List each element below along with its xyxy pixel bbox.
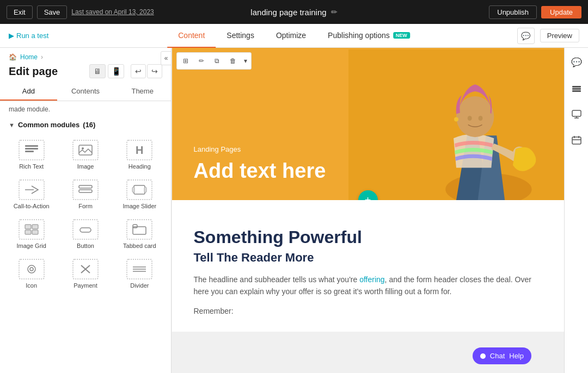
help-label: Help	[509, 352, 524, 360]
mobile-view-button[interactable]: 📱	[108, 64, 124, 78]
collapse-panel-button[interactable]: «	[161, 51, 171, 65]
chevron-down-icon: ▼	[9, 122, 15, 128]
view-controls: 🖥 📱 ↩ ↪	[89, 64, 162, 78]
module-item-image[interactable]: Image	[58, 134, 112, 174]
exit-button[interactable]: Exit	[7, 5, 33, 19]
svg-rect-11	[32, 225, 38, 229]
panel-tab-contents[interactable]: Contents	[57, 83, 114, 101]
home-icon: 🏠	[9, 53, 17, 61]
second-bar-right: 💬 Preview	[517, 28, 579, 44]
module-item-button[interactable]: Button	[58, 214, 112, 253]
toolbar-grid-button[interactable]: ⊞	[179, 54, 193, 67]
page-title: landing page training	[250, 8, 326, 17]
redo-button[interactable]: ↪	[147, 64, 162, 78]
svg-rect-31	[572, 86, 581, 88]
chat-widget[interactable]: Chat Help	[473, 347, 531, 364]
rs-calendar-icon[interactable]	[568, 132, 585, 149]
run-test-link[interactable]: ▶ Run a test	[9, 32, 48, 40]
module-item-icon[interactable]: Icon	[4, 253, 58, 293]
update-button[interactable]: Update	[541, 6, 581, 18]
svg-rect-37	[572, 137, 581, 144]
svg-rect-3	[79, 145, 92, 155]
svg-rect-34	[572, 110, 581, 116]
rs-monitor-icon[interactable]	[568, 105, 585, 123]
unpublish-button[interactable]: Unpublish	[489, 5, 537, 19]
svg-rect-1	[25, 148, 38, 150]
svg-rect-6	[79, 190, 92, 192]
module-label-image-slider: Image Slider	[122, 203, 156, 209]
canvas-inner: Landing Pages Add text here	[172, 48, 564, 332]
module-item-divider[interactable]: Divider	[113, 253, 167, 293]
breadcrumb: 🏠 Home ›	[0, 48, 171, 62]
rs-layers-icon[interactable]	[568, 79, 585, 97]
svg-rect-2	[25, 151, 34, 152]
panel-tabs: Add Contents Theme	[0, 83, 171, 101]
module-label-icon: Icon	[26, 282, 37, 289]
toolbar-delete-button[interactable]: 🗑	[226, 54, 240, 67]
toolbar-edit-button[interactable]: ✏	[194, 54, 209, 67]
tab-content[interactable]: Content	[167, 24, 216, 48]
content-body-text1: The headline and subheader tells us what…	[194, 275, 360, 284]
canvas-area: Landing Pages Add text here	[171, 48, 564, 373]
rich-text-module-icon	[19, 140, 45, 160]
tab-publishing[interactable]: Publishing options NEW	[317, 24, 421, 48]
module-item-rich-text[interactable]: Rich Text	[4, 134, 58, 174]
module-label-image-grid: Image Grid	[16, 243, 46, 249]
run-test-label: Run a test	[16, 32, 48, 40]
content-offering-link[interactable]: offering	[359, 275, 384, 284]
undo-button[interactable]: ↩	[131, 64, 146, 78]
image-module-icon	[72, 140, 99, 160]
svg-point-18	[30, 268, 33, 271]
svg-rect-32	[572, 88, 581, 90]
left-panel: « 🏠 Home › Edit page 🖥 📱 ↩ ↪ Add Content…	[0, 48, 171, 373]
svg-rect-10	[25, 225, 31, 229]
run-icon: ▶	[9, 32, 14, 40]
tab-optimize[interactable]: Optimize	[265, 24, 317, 48]
rs-chat-icon[interactable]: 💬	[568, 53, 585, 71]
svg-rect-13	[32, 230, 38, 234]
edit-title-icon[interactable]: ✏	[331, 8, 338, 16]
preview-button[interactable]: Preview	[540, 29, 579, 42]
svg-rect-12	[25, 230, 31, 234]
svg-rect-16	[133, 225, 137, 228]
last-saved-text: Last saved on April 13, 2023	[71, 8, 154, 16]
toolbar-more[interactable]: ▾	[242, 54, 249, 67]
module-item-image-slider[interactable]: Image Slider	[113, 174, 167, 214]
module-item-cta[interactable]: Call-to-Action	[4, 174, 58, 214]
comment-icon-btn[interactable]: 💬	[517, 28, 535, 44]
toolbar-copy-button[interactable]: ⧉	[210, 54, 224, 67]
module-item-heading[interactable]: H Heading	[113, 134, 167, 174]
module-item-image-grid[interactable]: Image Grid	[4, 214, 58, 253]
section-header[interactable]: ▼ Common modules (16)	[0, 117, 171, 132]
publishing-options-label: Publishing options	[328, 31, 390, 40]
form-module-icon	[72, 179, 99, 200]
svg-point-17	[28, 265, 35, 273]
breadcrumb-home[interactable]: Home	[20, 53, 38, 61]
module-item-form[interactable]: Form	[58, 174, 112, 214]
edit-header: Edit page 🖥 📱 ↩ ↪	[0, 62, 171, 83]
svg-rect-14	[80, 228, 91, 232]
module-item-payment[interactable]: Payment	[58, 253, 112, 293]
module-label-rich-text: Rich Text	[19, 163, 44, 170]
svg-rect-33	[572, 90, 581, 92]
save-button[interactable]: Save	[37, 5, 68, 19]
desktop-view-button[interactable]: 🖥	[89, 64, 106, 78]
panel-tab-add[interactable]: Add	[0, 83, 57, 101]
hero-content: Landing Pages Add text here	[172, 123, 564, 200]
top-bar-center: landing page training ✏	[250, 8, 337, 17]
second-bar: ▶ Run a test Content Settings Optimize P…	[0, 24, 588, 48]
svg-rect-7	[134, 185, 145, 194]
button-module-icon	[72, 219, 99, 240]
panel-tab-theme[interactable]: Theme	[114, 83, 171, 101]
module-item-tabbed-card[interactable]: Tabbed card	[113, 214, 167, 253]
module-label-divider: Divider	[130, 282, 149, 289]
section-title: Common modules	[18, 121, 79, 129]
hero-section: Landing Pages Add text here	[172, 48, 564, 200]
module-label-tabbed-card: Tabbed card	[123, 243, 156, 249]
tab-settings[interactable]: Settings	[216, 24, 265, 48]
svg-rect-8	[132, 187, 134, 192]
section-count: (16)	[83, 121, 95, 129]
second-bar-tabs: Content Settings Optimize Publishing opt…	[167, 24, 421, 48]
svg-point-30	[454, 117, 458, 122]
payment-module-icon	[72, 259, 99, 279]
